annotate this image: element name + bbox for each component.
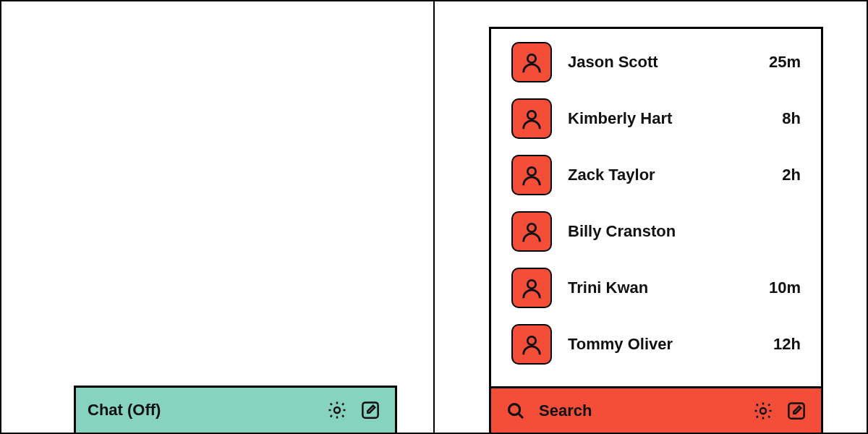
contact-name: Zack Taylor (568, 166, 749, 184)
svg-point-5 (527, 224, 535, 231)
gear-icon[interactable] (324, 397, 350, 423)
contact-row[interactable]: Jason Scott 25m (511, 42, 801, 82)
contact-name: Jason Scott (568, 53, 749, 72)
chat-bar-title: Chat (Off) (88, 401, 324, 420)
panel-chat-collapsed: Chat (Off) (1, 1, 435, 433)
contact-time: 12h (765, 335, 801, 354)
chat-panel: Jason Scott 25m Kimberly Hart 8h Zack Ta… (489, 27, 823, 433)
contact-row[interactable]: Kimberly Hart 8h (511, 98, 801, 139)
chat-bar[interactable]: Chat (Off) (74, 386, 397, 433)
contact-name: Tommy Oliver (568, 335, 749, 354)
contact-row[interactable]: Trini Kwan 10m (511, 268, 801, 308)
contact-name: Kimberly Hart (568, 109, 749, 128)
svg-point-6 (527, 280, 535, 288)
contact-list: Jason Scott 25m Kimberly Hart 8h Zack Ta… (491, 29, 821, 386)
search-icon[interactable] (503, 398, 529, 424)
contact-time: 25m (765, 53, 801, 72)
compose-icon[interactable] (783, 398, 809, 424)
contact-row[interactable]: Zack Taylor 2h (511, 155, 801, 195)
svg-point-7 (527, 336, 535, 344)
svg-line-9 (519, 413, 523, 417)
svg-point-10 (760, 408, 766, 414)
search-bar[interactable]: Search (491, 386, 821, 433)
contact-time: 8h (765, 109, 801, 128)
contact-name: Trini Kwan (568, 278, 749, 297)
svg-point-4 (527, 167, 535, 175)
svg-point-0 (334, 407, 340, 413)
svg-point-8 (509, 404, 520, 414)
svg-rect-1 (362, 402, 378, 417)
contact-row[interactable]: Billy Cranston (511, 211, 801, 252)
avatar (511, 211, 552, 252)
avatar (511, 268, 552, 308)
svg-rect-11 (788, 403, 804, 418)
svg-point-2 (527, 54, 535, 62)
avatar (511, 324, 552, 365)
contact-row[interactable]: Tommy Oliver 12h (511, 324, 801, 365)
contact-time: 10m (765, 278, 801, 297)
avatar (511, 98, 552, 139)
svg-point-3 (527, 111, 535, 119)
contact-time: 2h (765, 166, 801, 184)
contact-name: Billy Cranston (568, 222, 749, 241)
search-label: Search (539, 401, 740, 420)
compose-icon[interactable] (357, 397, 383, 423)
avatar (511, 155, 552, 195)
gear-icon[interactable] (750, 398, 776, 424)
panel-chat-expanded: Jason Scott 25m Kimberly Hart 8h Zack Ta… (435, 1, 867, 433)
avatar (511, 42, 552, 82)
